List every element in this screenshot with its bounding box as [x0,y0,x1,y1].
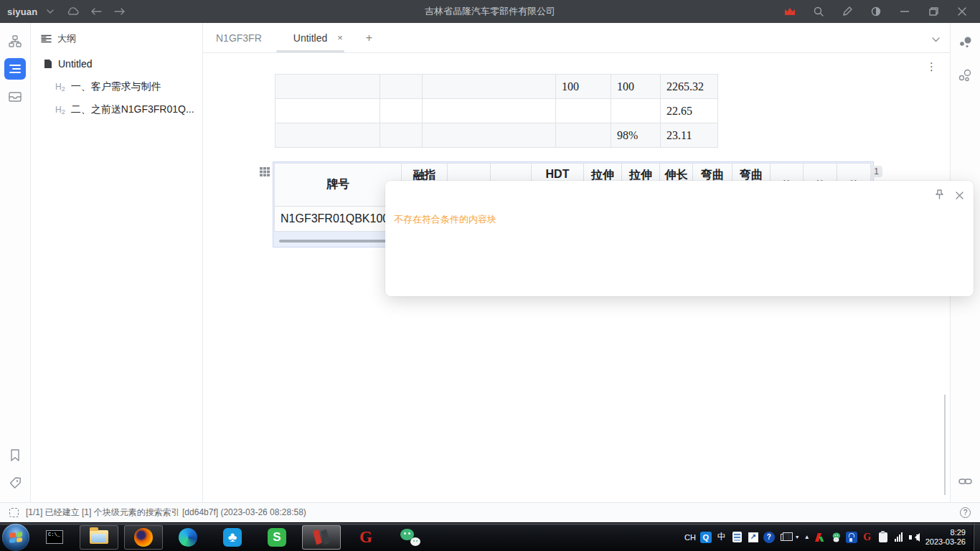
ime-doc-icon[interactable] [732,532,743,543]
clover-icon: ♣ [223,528,242,547]
outline-item-h2-1[interactable]: H2 一、客户需求与制件 [31,75,202,98]
grade-cell: N1GF3FR01QBK100 [275,207,402,232]
ime-share-icon[interactable] [748,532,759,543]
network-signal-icon[interactable] [893,532,905,542]
outline-item-label: 二、之前送N1GF3FR01Q... [71,103,194,116]
system-tray: CH Q 中 ? ▼ ▲ G [684,532,920,543]
qq-pinyin-icon[interactable]: Q [700,532,712,543]
tab-list-chevron-icon[interactable] [932,32,940,45]
edit-icon[interactable] [837,4,858,19]
editor-scrollbar[interactable] [944,395,946,495]
back-icon[interactable] [86,4,106,19]
new-tab-button[interactable]: + [366,32,372,44]
green-s-icon: S [268,528,286,547]
folder-icon [90,530,108,544]
taskbar-edge[interactable] [169,525,207,550]
table-block-gutter-icon[interactable] [260,166,270,179]
ime-help-icon[interactable]: ? [763,532,775,543]
outline-panel-header[interactable]: 大纲 [31,23,202,52]
chevron-down-icon[interactable] [40,4,60,19]
show-desktop-button[interactable] [973,523,980,551]
block-ref-count-badge[interactable]: 1 [870,166,882,177]
hidden-icons-caret[interactable]: ▼ [795,534,800,540]
g-tray-icon[interactable]: G [862,532,873,543]
red-g-icon: G [359,528,372,547]
firefox-icon [134,528,153,547]
taskbar-explorer[interactable] [80,525,118,550]
titlebar: siyuan 吉林省晶隆汽车零部件有限公司 [0,0,980,23]
graph-view-icon[interactable] [955,65,976,86]
tag-icon[interactable] [4,472,26,494]
outline-panel: 大纲 Untitled H2 一、客户需求与制件 H2 二、之前送N1GF3FR… [31,23,203,502]
table-row: 22.65 [275,99,718,123]
close-button[interactable] [951,4,973,19]
tab-close-icon[interactable]: × [337,32,343,43]
doc-more-icon[interactable]: ⋮ [926,63,937,70]
app-window: siyuan 吉林省晶隆汽车零部件有限公司 [0,0,980,551]
minimize-button[interactable] [894,4,915,19]
windows-taskbar: C:\_ ♣ S G CH Q 中 ? ▼ ▲ G 8:29 [0,522,980,551]
taskbar-clock[interactable]: 8:29 2023-03-26 [925,528,966,547]
taskbar-wechat[interactable] [391,525,430,550]
wechat-tray-icon[interactable] [830,532,842,543]
file-icon [44,59,52,69]
tab-bar: N1GF3FR Untitled × + [203,23,950,53]
inbox-icon[interactable] [4,86,26,108]
taskbar-siyuan-active[interactable] [302,525,341,550]
tab-n1gf3fr[interactable]: N1GF3FR [209,23,269,52]
outline-item-h2-2[interactable]: H2 二、之前送N1GF3FR01Q... [31,98,202,121]
app-menu[interactable]: siyuan [7,6,37,17]
table-row: 1001002265.32 [275,75,718,99]
taskbar-clover[interactable]: ♣ [213,525,252,550]
outline-doc-title: Untitled [58,58,92,70]
ime-chinese-icon[interactable]: 中 [716,532,727,543]
maximize-button[interactable] [923,4,944,19]
h2-badge: H2 [55,82,65,93]
taskbar-cmd[interactable]: C:\_ [35,525,74,550]
window-switch-icon[interactable] [779,532,791,543]
popup-empty-message: 不存在符合条件的内容块 [394,213,496,226]
search-icon[interactable] [808,4,829,19]
tab-untitled[interactable]: Untitled × [286,23,350,52]
windows-logo-icon [9,532,22,543]
clipboard-icon[interactable] [877,532,889,543]
search-result-popup: 不存在符合条件的内容块 [385,181,974,296]
clock-date: 2023-03-26 [925,537,966,547]
edge-icon [179,528,197,547]
outline-item-label: 一、客户需求与制件 [71,80,161,93]
outline-dock-icon[interactable] [4,58,26,80]
volume-icon[interactable] [909,532,920,542]
cloud-sync-icon[interactable] [63,4,83,19]
clock-time: 8:29 [925,528,966,537]
col-header: 牌号 [275,164,402,207]
backlinks-icon[interactable] [955,32,976,53]
table-row: 98%23.11 [275,123,718,148]
h2-badge: H2 [55,105,65,116]
language-indicator[interactable]: CH [684,533,696,542]
status-message: [1/1] 已经建立 [1] 个块级元素的搜索索引 [dd64b7f] (202… [26,507,306,519]
show-hidden-icons[interactable]: ▲ [804,534,810,540]
start-button[interactable] [2,524,29,551]
security-lock-icon[interactable] [846,532,857,543]
taskbar-s-app[interactable]: S [258,525,296,550]
siyuan-icon [312,529,331,545]
taskbar-g-app[interactable]: G [347,525,385,550]
active-tab-indicator [276,50,344,52]
vip-crown-icon[interactable] [779,4,801,19]
outline-doc-item[interactable]: Untitled [31,52,202,75]
bookmark-icon[interactable] [4,444,26,466]
pin-icon[interactable] [935,189,944,202]
data-table-summary[interactable]: 1001002265.32 22.65 98%23.11 [275,74,718,148]
thunder-icon[interactable] [814,532,826,543]
popup-close-icon[interactable] [956,189,963,202]
cmd-icon: C:\_ [46,530,63,544]
outline-panel-title: 大纲 [57,32,76,45]
taskbar-firefox[interactable] [124,525,163,550]
theme-icon[interactable] [865,4,887,19]
left-dock [0,23,31,502]
link-panel-icon[interactable] [955,471,976,492]
forward-icon[interactable] [109,4,129,19]
file-tree-icon[interactable] [4,30,26,52]
wechat-icon [400,529,420,546]
help-icon[interactable]: ? [960,507,971,518]
